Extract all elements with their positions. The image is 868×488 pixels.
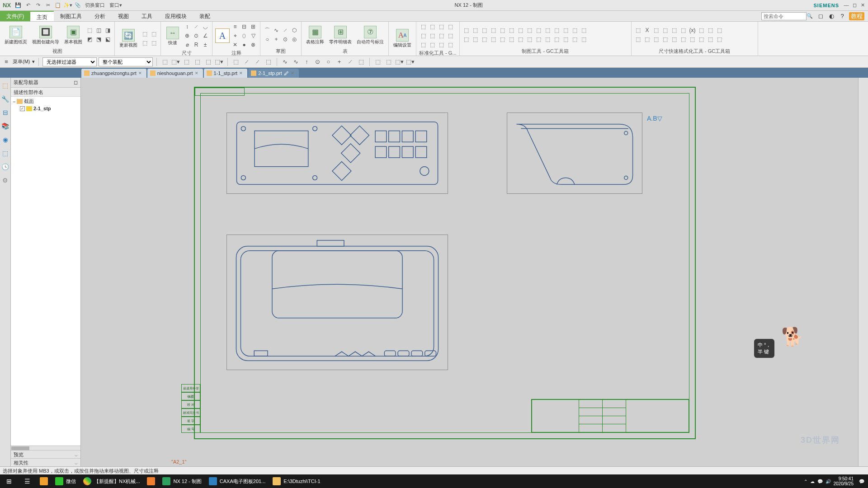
- ribbon-icon[interactable]: ⬚: [698, 26, 706, 34]
- tab-home[interactable]: 主页: [30, 11, 54, 21]
- copy-icon[interactable]: 📋: [53, 1, 62, 9]
- ribbon-icon[interactable]: ⬚: [643, 35, 651, 43]
- ribbon-icon[interactable]: ⬔: [94, 35, 103, 43]
- ribbon-icon[interactable]: ⬚: [707, 26, 715, 34]
- note-button[interactable]: A: [215, 28, 230, 43]
- ribbon-icon[interactable]: ⬚: [580, 35, 588, 43]
- ribbon-icon[interactable]: ✕: [231, 41, 239, 49]
- search-icon[interactable]: 🔍: [807, 13, 813, 19]
- ribbon-icon[interactable]: ⬚: [707, 35, 715, 43]
- ribbon-icon[interactable]: ⬚: [517, 26, 525, 34]
- panel-toggle-icon[interactable]: ◻: [74, 80, 78, 85]
- filter-select-2[interactable]: 整个装配: [99, 57, 153, 66]
- update-view-button[interactable]: 🔄更新视图: [118, 28, 139, 48]
- taskbar-item[interactable]: NX 12 - 制图: [159, 474, 205, 488]
- ribbon-icon[interactable]: ⊙: [192, 32, 200, 40]
- tool-icon[interactable]: ⬚: [182, 57, 191, 66]
- ribbon-icon[interactable]: ●: [240, 41, 248, 49]
- ribbon-icon[interactable]: ⬚: [446, 23, 454, 31]
- file-menu[interactable]: 文件(F): [0, 11, 30, 21]
- restore-icon[interactable]: ◻: [816, 12, 825, 20]
- doc-tab[interactable]: zhuangpeizongtu.prt✕: [81, 69, 146, 78]
- ribbon-icon[interactable]: ⬚: [481, 35, 489, 43]
- maximize-icon[interactable]: ◻: [851, 2, 858, 8]
- tool-icon[interactable]: ∿: [292, 57, 301, 66]
- tab-drafting-tools[interactable]: 制图工具: [54, 11, 88, 21]
- ribbon-icon[interactable]: ⬚: [689, 35, 697, 43]
- ribbon-icon[interactable]: ∠: [201, 32, 209, 40]
- ribbon-icon[interactable]: ⬚: [508, 26, 516, 34]
- rapid-dim-button[interactable]: ↔快速: [164, 26, 182, 46]
- drawing-view-side[interactable]: [507, 113, 642, 194]
- ribbon-icon[interactable]: ⬚: [562, 35, 570, 43]
- taskbar-item[interactable]: E:\3Dtuzhi\TCI-1: [269, 474, 324, 488]
- window-menu[interactable]: 窗口 ▾: [108, 1, 124, 9]
- minimize-icon[interactable]: —: [843, 2, 850, 8]
- tool-icon[interactable]: ⬚▾: [215, 57, 224, 66]
- ribbon-icon[interactable]: ○: [263, 35, 271, 43]
- tree-node-root[interactable]: −截面: [12, 98, 80, 105]
- nav-column-header[interactable]: 描述性部件名: [11, 88, 80, 97]
- ribbon-icon[interactable]: ⬚: [661, 26, 670, 34]
- ribbon-icon[interactable]: ⬚: [472, 26, 480, 34]
- taskbar-item[interactable]: 【新提醒】NX机械...: [80, 474, 143, 488]
- title-block[interactable]: [531, 399, 689, 433]
- edit-settings-button[interactable]: AA编辑设置: [392, 28, 413, 48]
- tool-icon[interactable]: ⬚: [193, 57, 202, 66]
- tray-icon[interactable]: 💬: [817, 479, 823, 484]
- ribbon-icon[interactable]: ⊗: [249, 41, 257, 49]
- tool-icon[interactable]: ∿: [281, 57, 290, 66]
- ribbon-icon[interactable]: ⌖: [231, 32, 239, 40]
- checkbox[interactable]: ✓: [20, 106, 25, 111]
- ribbon-icon[interactable]: ⬕: [104, 35, 112, 43]
- tool-icon[interactable]: +: [335, 57, 344, 66]
- auto-balloon-button[interactable]: ⑦自动符号标注: [355, 25, 386, 45]
- undo-icon[interactable]: ↶: [24, 1, 33, 9]
- ribbon-icon[interactable]: ◡: [201, 23, 209, 31]
- ribbon-icon[interactable]: ⟋: [281, 26, 289, 34]
- tray-icon[interactable]: 🔊: [826, 479, 831, 484]
- tab-tools[interactable]: 工具: [135, 11, 159, 21]
- nav-icon[interactable]: ⬚: [1, 149, 9, 157]
- ribbon-icon[interactable]: ⬚: [462, 35, 471, 43]
- ribbon-icon[interactable]: X: [643, 26, 651, 34]
- tab-application[interactable]: 应用模块: [159, 11, 193, 21]
- ribbon-icon[interactable]: ⌒: [263, 26, 271, 34]
- ribbon-icon[interactable]: ⬚: [419, 32, 427, 40]
- close-icon[interactable]: ✕: [138, 71, 142, 75]
- ribbon-icon[interactable]: +: [272, 35, 280, 43]
- ribbon-icon[interactable]: ⬚: [499, 35, 507, 43]
- notification-icon[interactable]: 💬: [859, 479, 864, 484]
- nav-icon[interactable]: 📚: [1, 122, 9, 130]
- ribbon-icon[interactable]: ⬚: [517, 35, 525, 43]
- ribbon-icon[interactable]: ⬚: [571, 26, 579, 34]
- tool-icon[interactable]: ✨▾: [63, 1, 72, 9]
- ribbon-icon[interactable]: ⊟: [240, 23, 248, 31]
- tool-icon[interactable]: ⬚: [231, 57, 241, 66]
- ribbon-icon[interactable]: ⬚: [553, 35, 561, 43]
- ribbon-icon[interactable]: ⬚: [670, 26, 679, 34]
- ribbon-icon[interactable]: ⬚: [419, 23, 427, 31]
- ribbon-icon[interactable]: ⌀: [183, 41, 191, 49]
- ribbon-icon[interactable]: ⬚: [481, 26, 489, 34]
- ribbon-icon[interactable]: ⬚: [652, 26, 660, 34]
- switch-window-button[interactable]: 切换窗口: [83, 1, 107, 9]
- tab-view[interactable]: 视图: [112, 11, 135, 21]
- close-icon[interactable]: ✕: [239, 71, 243, 75]
- ribbon-icon[interactable]: ⬚: [571, 35, 579, 43]
- save-icon[interactable]: 💾: [14, 1, 23, 9]
- ribbon-icon[interactable]: (x): [689, 26, 697, 34]
- ribbon-icon[interactable]: ⟋: [192, 23, 200, 31]
- taskbar-item[interactable]: [143, 474, 159, 488]
- doc-tab-active[interactable]: 2-1_stp.prt 🖉 ✕: [248, 69, 299, 78]
- nav-icon[interactable]: ⊟: [1, 108, 9, 117]
- drawing-canvas[interactable]: "A2_1": [81, 78, 858, 466]
- ribbon-icon[interactable]: ◩: [85, 35, 94, 43]
- ribbon-icon[interactable]: ⊙: [281, 35, 289, 43]
- ribbon-icon[interactable]: ⬚: [428, 32, 436, 40]
- ribbon-icon[interactable]: ⬚: [679, 35, 688, 43]
- tool-icon[interactable]: ⟋: [346, 57, 355, 66]
- table-note-button[interactable]: ▦表格注释: [304, 25, 326, 45]
- ribbon-icon[interactable]: ⬚: [679, 26, 688, 34]
- ribbon-icon[interactable]: ⬚: [670, 35, 679, 43]
